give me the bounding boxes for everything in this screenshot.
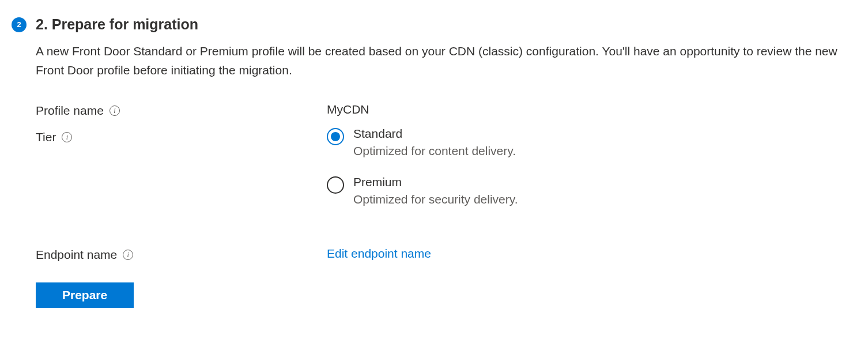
step-header: 2 2. Prepare for migration	[12, 16, 856, 33]
profile-name-row: Profile name i MyCDN	[36, 103, 856, 118]
info-icon[interactable]: i	[110, 105, 120, 116]
radio-icon	[327, 176, 344, 194]
profile-name-value: MyCDN	[327, 103, 369, 116]
endpoint-name-row: Endpoint name i Edit endpoint name	[36, 247, 856, 262]
info-icon[interactable]: i	[62, 132, 72, 142]
prepare-button[interactable]: Prepare	[36, 282, 134, 308]
step-body: A new Front Door Standard or Premium pro…	[12, 42, 856, 308]
radio-icon	[327, 128, 344, 145]
tier-option-label: Premium	[353, 175, 518, 189]
tier-row: Tier i Standard Optimized for content de…	[36, 127, 856, 224]
tier-option-description: Optimized for content delivery.	[353, 144, 516, 158]
tier-option-description: Optimized for security delivery.	[353, 193, 518, 206]
info-icon[interactable]: i	[123, 250, 133, 260]
tier-option-label: Standard	[353, 127, 516, 141]
endpoint-name-label: Endpoint name	[36, 248, 117, 262]
profile-name-label: Profile name	[36, 104, 104, 118]
tier-option-standard[interactable]: Standard Optimized for content delivery.	[327, 127, 856, 158]
tier-label: Tier	[36, 130, 56, 144]
step-title: 2. Prepare for migration	[36, 16, 198, 33]
step-description: A new Front Door Standard or Premium pro…	[36, 42, 843, 80]
step-number-badge: 2	[12, 17, 27, 32]
edit-endpoint-name-link[interactable]: Edit endpoint name	[327, 247, 431, 260]
tier-option-premium[interactable]: Premium Optimized for security delivery.	[327, 175, 856, 206]
